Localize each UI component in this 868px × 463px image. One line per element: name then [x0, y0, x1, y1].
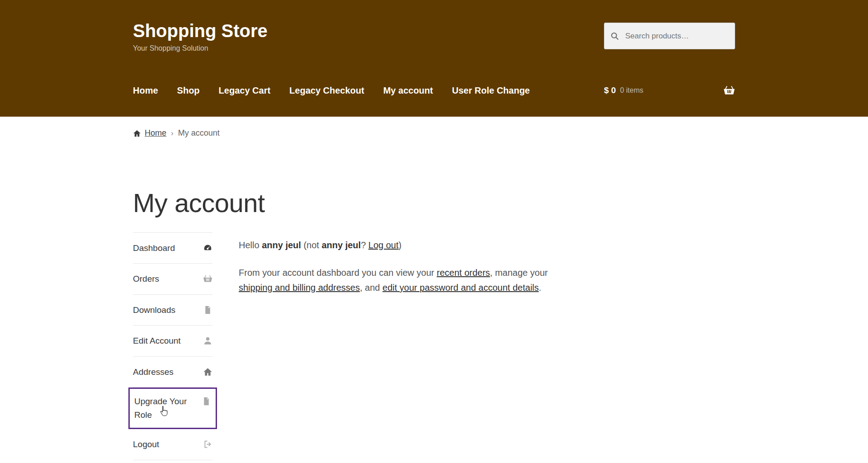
search-input[interactable]	[604, 23, 735, 49]
account-nav-edit-account[interactable]: Edit Account	[133, 326, 212, 356]
breadcrumb-current: My account	[178, 128, 220, 138]
user-icon	[203, 336, 212, 345]
account-nav-upgrade-your-role[interactable]: Upgrade Your Role	[128, 387, 217, 429]
nav-menu: Home Shop Legacy Cart Legacy Checkout My…	[133, 85, 530, 96]
account-nav-orders[interactable]: Orders	[133, 264, 212, 294]
cart-amount: $ 0	[604, 85, 616, 95]
home-icon	[133, 129, 141, 137]
search-icon	[610, 32, 619, 41]
nav-item-legacy-checkout[interactable]: Legacy Checkout	[289, 85, 364, 95]
nav-item-user-role-change[interactable]: User Role Change	[452, 85, 530, 95]
site-branding: Shopping Store Your Shopping Solution	[133, 21, 268, 52]
breadcrumb-separator: ›	[171, 129, 174, 138]
home-icon	[203, 367, 212, 377]
file-icon	[202, 397, 211, 406]
user-name-repeat: anny jeul	[321, 240, 361, 250]
nav-item-my-account[interactable]: My account	[383, 85, 433, 95]
breadcrumb: Home › My account	[133, 117, 735, 150]
breadcrumb-home-link[interactable]: Home	[133, 128, 166, 138]
basket-icon	[723, 85, 735, 96]
file-icon	[203, 305, 212, 315]
search-form	[604, 23, 735, 49]
account-nav-addresses[interactable]: Addresses	[133, 357, 212, 387]
site-header: Shopping Store Your Shopping Solution Ho…	[0, 0, 868, 117]
basket-icon	[203, 274, 212, 283]
site-title[interactable]: Shopping Store	[133, 21, 268, 41]
greeting-text: Hello anny jeul (not anny jeul? Log out)	[239, 238, 583, 253]
primary-navigation: Home Shop Legacy Cart Legacy Checkout My…	[133, 71, 735, 109]
page-title: My account	[133, 188, 735, 218]
dashboard-intro-text: From your account dashboard you can view…	[239, 265, 583, 295]
nav-item-home[interactable]: Home	[133, 85, 158, 95]
nav-item-shop[interactable]: Shop	[177, 85, 200, 95]
account-nav-downloads[interactable]: Downloads	[133, 295, 212, 326]
site-tagline: Your Shopping Solution	[133, 44, 268, 52]
cart-items-count: 0 items	[620, 86, 723, 94]
account-nav-dashboard[interactable]: Dashboard	[133, 233, 212, 264]
user-name: anny jeul	[262, 240, 301, 250]
shipping-billing-addresses-link[interactable]: shipping and billing addresses	[239, 283, 360, 293]
edit-password-account-details-link[interactable]: edit your password and account details	[382, 283, 539, 293]
header-cart-link[interactable]: $ 0 0 items	[604, 85, 735, 96]
logout-icon	[203, 439, 212, 449]
logout-link[interactable]: Log out	[368, 240, 399, 250]
account-dashboard-content: Hello anny jeul (not anny jeul? Log out)…	[239, 232, 583, 295]
breadcrumb-home-label: Home	[145, 128, 166, 138]
dashboard-icon	[203, 243, 212, 253]
main-content: My account Dashboard Orders Downloads	[133, 188, 735, 460]
nav-item-legacy-cart[interactable]: Legacy Cart	[219, 85, 271, 95]
account-navigation: Dashboard Orders Downloads Edit Account	[133, 232, 212, 460]
recent-orders-link[interactable]: recent orders	[437, 268, 490, 278]
account-nav-logout[interactable]: Logout	[133, 429, 212, 460]
